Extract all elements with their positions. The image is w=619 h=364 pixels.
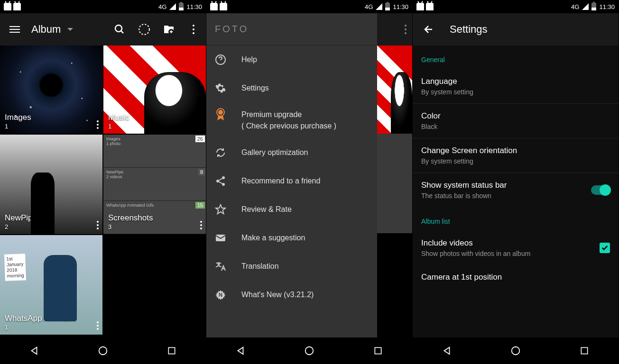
new-icon: N [215,289,226,300]
nav-back-button[interactable] [233,344,248,358]
nav-back-button[interactable] [440,344,454,358]
battery-icon [385,3,390,10]
battery-icon [591,3,596,10]
add-folder-button[interactable] [162,23,176,36]
status-bar: 4G 11:30 [413,0,619,13]
settings-title: Settings [450,23,488,36]
settings-list[interactable]: General Language By system setting Color… [413,46,619,337]
album-name: Music [108,113,129,122]
album-tile-screenshots[interactable]: Images1 photo26 NewPipe2 videos8 WhatsAp… [103,135,206,234]
notification-icon [416,3,424,10]
section-general: General [413,46,619,69]
drawer-logo: FOTO [206,13,377,46]
mail-icon [215,232,226,244]
drawer-item-premium[interactable]: Premium upgrade ( Check previous purchas… [206,102,377,138]
navigation-bar [206,337,412,364]
svg-point-2 [139,24,149,35]
drawer-item-gallery-opt[interactable]: Gallery optimization [206,138,377,167]
signal-icon [169,3,176,10]
drawer-item-help[interactable]: Help [206,46,377,74]
screen-drawer: 4G 11:30 FOTO Help Settings Premium upgr [206,0,413,364]
network-label: 4G [571,3,579,10]
setting-include-videos[interactable]: Include videos Show photos with videos i… [413,231,619,265]
aperture-icon[interactable] [138,23,151,36]
setting-language[interactable]: Language By system setting [413,69,619,104]
album-tile-newpipe[interactable]: NewPipe 2 [0,135,102,234]
svg-point-14 [305,347,314,355]
nav-recent-button[interactable] [371,344,385,358]
gear-icon [215,82,226,94]
setting-color[interactable]: Color Black [413,104,619,138]
menu-button[interactable] [6,22,24,36]
toggle-status-bar[interactable] [591,185,610,195]
note-text: 1st January 2018 morning [4,254,26,281]
svg-point-9 [222,176,225,179]
navigation-bar [413,337,619,364]
navigation-bar [0,337,206,364]
album-more-button[interactable] [97,321,99,330]
album-tile-images[interactable]: Images 1 [0,46,102,134]
network-label: 4G [158,3,166,10]
album-name: NewPipe [5,213,37,223]
notification-icon [210,3,218,10]
back-button[interactable] [420,21,437,38]
network-label: 4G [365,3,373,10]
notification-icon [220,3,227,10]
album-tile-music[interactable]: Music 1 [103,46,206,134]
nav-home-button[interactable] [96,344,110,358]
svg-point-4 [99,347,107,355]
album-more-button[interactable] [97,120,99,129]
album-tile-whatsapp[interactable]: 1st January 2018 morning WhatsApp Animat… [0,235,102,335]
drawer-item-recommend[interactable]: Recommend to a friend [206,167,377,195]
setting-orientation[interactable]: Change Screen orientation By system sett… [413,138,619,173]
album-name: Screenshots [108,213,153,223]
drawer-item-whatsnew[interactable]: N What's New (v3.21.2) [206,281,377,309]
clock-label: 11:30 [186,3,202,10]
sync-icon [215,147,226,158]
svg-point-0 [115,25,122,32]
screen-settings: 4G 11:30 Settings General Language By sy… [413,0,619,364]
album-grid: Images 1 Music 1 NewPipe 2 Images1 photo… [0,46,206,337]
drawer-item-translation[interactable]: Translation [206,252,377,281]
drawer-item-settings[interactable]: Settings [206,74,377,102]
setting-camera-position[interactable]: Camera at 1st position [413,265,619,290]
drawer-item-review[interactable]: Review & Rate [206,195,377,224]
notification-icon [4,3,11,10]
signal-icon [582,3,589,10]
translate-icon [215,261,226,272]
battery-icon [179,3,184,10]
overflow-menu-button[interactable] [405,25,407,34]
notification-icon [13,3,21,10]
signal-icon [376,3,382,10]
album-more-button[interactable] [200,120,202,129]
album-name: WhatsApp Animat… [5,314,77,323]
screen-album-grid: 4G 11:30 Album Images 1 [0,0,206,364]
screen-title[interactable]: Album [31,23,61,36]
share-icon [215,175,226,187]
nav-recent-button[interactable] [577,344,591,358]
settings-app-bar: Settings [413,13,619,46]
nav-home-button[interactable] [508,344,523,358]
dropdown-arrow-icon[interactable] [67,28,73,31]
svg-rect-17 [581,347,587,354]
nav-back-button[interactable] [27,344,41,358]
setting-status-bar[interactable]: Show system status bar The status bar is… [413,173,619,207]
album-count: 2 [5,223,37,230]
app-bar: Album [0,13,206,46]
search-button[interactable] [113,23,126,36]
album-more-button[interactable] [97,221,99,229]
drawer-item-suggestion[interactable]: Make a suggestion [206,224,377,252]
checkbox-include-videos[interactable] [600,243,610,253]
nav-home-button[interactable] [302,344,316,358]
section-album-list: Album list [413,207,619,231]
clock-label: 11:30 [599,3,615,10]
nav-recent-button[interactable] [165,344,179,358]
clock-label: 11:30 [393,3,408,10]
overflow-menu-button[interactable] [187,23,200,36]
status-bar: 4G 11:30 [0,0,206,13]
svg-text:N: N [219,292,222,298]
svg-point-10 [216,180,219,182]
badge-icon [215,109,226,120]
svg-rect-5 [168,347,175,354]
album-more-button[interactable] [200,221,202,229]
